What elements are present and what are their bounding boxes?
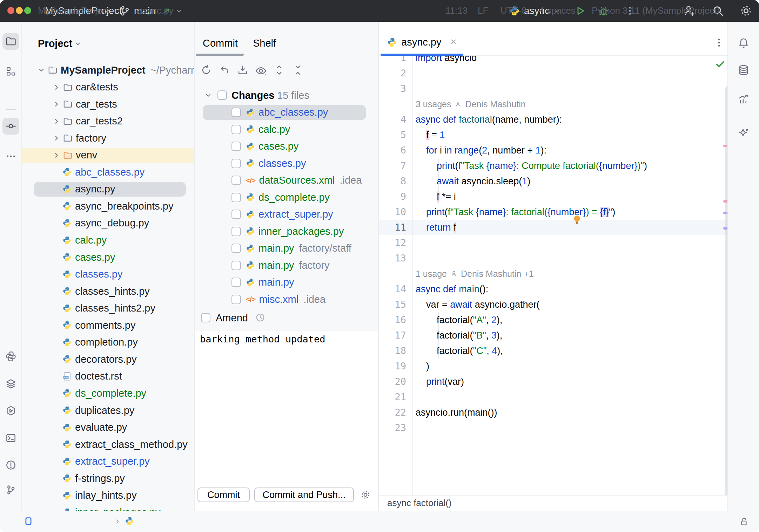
tree-item[interactable]: classes_hints2.py — [22, 301, 194, 316]
changed-file-row[interactable]: extract_super.py — [195, 207, 378, 222]
file-checkbox[interactable] — [231, 125, 241, 134]
changed-file-row[interactable]: inner_packages.py — [195, 224, 378, 239]
code-line[interactable]: return f — [416, 220, 456, 235]
history-clock-icon[interactable] — [255, 313, 265, 322]
lock-icon[interactable] — [739, 516, 749, 527]
project-widget-icon[interactable] — [23, 516, 34, 526]
code-line[interactable]: async def main(): — [416, 281, 488, 297]
status-encoding[interactable]: UTF-8 — [501, 0, 526, 21]
tab-async-py[interactable]: async.py — [401, 36, 441, 48]
window-close-button[interactable] — [7, 7, 14, 14]
code-line[interactable]: asyncio.run(main()) — [416, 405, 497, 420]
version-control-tool-button[interactable] — [2, 482, 19, 498]
code-line[interactable]: var = await asyncio.gather( — [416, 297, 539, 312]
tree-item[interactable]: MySampleProject~/Pycharm — [22, 63, 194, 77]
window-minimize-button[interactable] — [16, 7, 23, 14]
tree-item[interactable]: factory — [22, 131, 194, 145]
code-line[interactable]: ) — [416, 359, 429, 374]
changed-file-row[interactable]: ds_complete.py — [195, 190, 378, 205]
ai-assistant-button[interactable] — [735, 125, 752, 142]
chevron-down-icon[interactable] — [176, 8, 182, 14]
structure-tool-button[interactable] — [2, 63, 19, 80]
tree-item[interactable]: f-strings.py — [22, 471, 194, 486]
code-line[interactable]: factorial("A", 2), — [416, 312, 502, 328]
project-tool-button[interactable] — [2, 33, 19, 50]
status-indent[interactable]: 4 spaces — [539, 0, 576, 21]
code-line[interactable]: factorial("B", 3), — [416, 328, 502, 343]
breadcrumb[interactable]: async factorial() — [387, 498, 452, 509]
tree-item[interactable]: classes.py — [22, 267, 194, 282]
file-checkbox[interactable] — [231, 193, 241, 202]
chevron-right-icon[interactable] — [53, 134, 60, 142]
file-checkbox[interactable] — [231, 142, 241, 151]
status-caret-position[interactable]: 11:13 — [445, 0, 468, 21]
services-tool-button[interactable] — [2, 402, 19, 419]
file-checkbox[interactable] — [231, 159, 241, 168]
status-line-ending[interactable]: LF — [478, 0, 488, 21]
profiler-button[interactable] — [735, 90, 752, 107]
code-line[interactable]: async def factorial(name, number): — [416, 112, 562, 127]
usages-hint[interactable]: 1 usageDenis Mashutin +1 — [416, 266, 534, 281]
tree-item[interactable]: extract_super.py — [22, 454, 194, 469]
file-checkbox[interactable] — [231, 295, 241, 304]
changed-file-row[interactable]: main.pyfactory — [195, 258, 378, 273]
more-tool-windows-button[interactable] — [2, 148, 19, 165]
tree-item[interactable]: async_debug.py — [22, 216, 194, 231]
layers-tool-button[interactable] — [2, 375, 19, 392]
settings-icon[interactable] — [740, 5, 752, 17]
code-line[interactable]: import asyncio — [416, 56, 477, 66]
changed-file-row[interactable]: classes.py — [195, 156, 378, 171]
editor-options-icon[interactable] — [714, 38, 724, 48]
tree-item[interactable]: abc_classes.py — [22, 165, 194, 179]
tree-item[interactable]: ds_complete.py — [22, 386, 194, 401]
chevron-right-icon[interactable] — [53, 100, 60, 108]
commit-and-push-button[interactable]: Commit and Push... — [254, 487, 354, 502]
commit-message-text[interactable]: barking method updated — [200, 334, 325, 345]
status-file-breadcrumb[interactable]: async.py — [137, 0, 174, 21]
code-line[interactable]: print(f"Task {name}: factorial({number})… — [416, 204, 615, 220]
changed-file-row[interactable]: calc.py — [195, 122, 378, 137]
tree-item[interactable]: cases.py — [22, 250, 194, 265]
tree-item[interactable]: comments.py — [22, 318, 194, 333]
commit-tool-button[interactable] — [2, 118, 19, 135]
commit-options-gear-icon[interactable] — [361, 490, 370, 500]
code-area[interactable]: 1import asyncio233 usagesDenis Mashutin4… — [379, 56, 727, 495]
changed-file-row[interactable]: abc_classes.py — [203, 105, 366, 120]
author-hint[interactable]: Denis Mashutin +1 — [461, 269, 534, 279]
file-checkbox[interactable] — [231, 227, 241, 236]
file-checkbox[interactable] — [231, 108, 241, 117]
changed-file-row[interactable]: </>misc.xml.idea — [195, 292, 378, 307]
terminal-tool-button[interactable] — [2, 430, 19, 446]
changed-file-row[interactable]: </>dataSources.xml.idea — [195, 173, 378, 188]
project-panel-title[interactable]: Project — [38, 38, 72, 49]
tree-item[interactable]: inner_packages.py — [22, 505, 194, 511]
notifications-button[interactable] — [735, 35, 752, 52]
tree-item[interactable]: car_tests — [22, 97, 194, 111]
tree-item[interactable]: inlay_hints.py — [22, 488, 194, 503]
chevron-right-icon[interactable] — [53, 83, 60, 91]
code-line[interactable]: print(var) — [416, 374, 464, 389]
code-line[interactable]: await asyncio.sleep(1) — [416, 173, 530, 189]
chevron-right-icon[interactable] — [53, 151, 60, 159]
amend-checkbox[interactable] — [201, 313, 210, 322]
tree-item[interactable]: duplicates.py — [22, 403, 194, 418]
code-line[interactable]: for i in range(2, number + 1): — [416, 143, 546, 158]
code-line[interactable]: f = 1 — [416, 127, 445, 143]
close-tab-icon[interactable]: × — [450, 36, 457, 48]
run-icon[interactable] — [575, 5, 586, 16]
changed-file-row[interactable]: main.py — [195, 275, 378, 290]
file-checkbox[interactable] — [231, 210, 241, 219]
status-project-breadcrumb[interactable]: MySampleProject — [38, 0, 109, 21]
tree-item[interactable]: venv — [22, 148, 194, 163]
tree-item[interactable]: decorators.py — [22, 352, 194, 367]
code-line[interactable]: f *= i — [416, 189, 456, 204]
amend-label[interactable]: Amend — [216, 312, 248, 324]
tree-item[interactable]: async.py — [34, 182, 186, 197]
code-line[interactable]: factorial("C", 4), — [416, 343, 503, 359]
usages-count[interactable]: 1 usage — [416, 269, 447, 279]
tree-item[interactable]: car_tests2 — [22, 114, 194, 129]
file-checkbox[interactable] — [231, 176, 241, 185]
tree-item[interactable]: extract_class_method.py — [22, 437, 194, 452]
tree-item[interactable]: classes_hints.py — [22, 284, 194, 299]
changed-file-row[interactable]: main.pyfactory/staff — [195, 241, 378, 256]
